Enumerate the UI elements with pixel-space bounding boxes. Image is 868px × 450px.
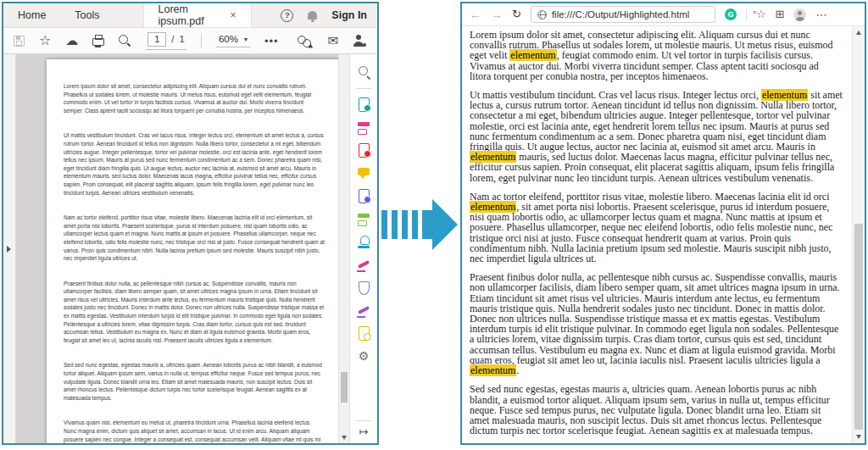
page-separator: / (171, 34, 174, 44)
url-text: file:///C:/Output/Highlighted.html (552, 9, 689, 19)
notifications-bell-icon[interactable] (308, 11, 317, 19)
zoom-level: 60% (219, 34, 238, 44)
toolbar-divider (746, 8, 747, 21)
favorites-icon[interactable]: ≡ ☆ (756, 8, 766, 20)
save-icon[interactable] (14, 36, 25, 47)
refresh-icon[interactable]: ↻ (512, 8, 521, 20)
more-options-icon[interactable]: ••• (264, 35, 279, 47)
tools-divider (356, 88, 371, 89)
browser-scrollbar[interactable] (852, 26, 865, 443)
page-number-control: / 1 (146, 32, 186, 50)
pdf-viewer-window: Home Tools Lorem ipsum.pdf × ? Sign In ☆… (2, 2, 379, 445)
grammarly-extension-icon[interactable]: G (725, 8, 737, 20)
highlighted-term: elementum (470, 201, 516, 213)
pdf-page: Lorem ipsum dolor sit amet, consectetur … (47, 59, 342, 443)
scroll-up-icon[interactable] (856, 31, 861, 35)
close-tab-icon[interactable]: × (231, 9, 236, 21)
paragraph: Lorem ipsum dolor sit amet, consectetur … (64, 82, 325, 114)
collapse-panel-icon[interactable]: ↦ (359, 425, 369, 438)
tab-home[interactable]: Home (3, 3, 60, 27)
edit-pdf-icon[interactable] (357, 120, 371, 135)
paragraph: Praesent finibus dolor nulla, ac pellent… (64, 280, 325, 345)
pdf-scrollbar-thumb[interactable] (341, 372, 348, 403)
expand-panel-arrow-icon[interactable] (7, 246, 11, 253)
export-pdf-icon[interactable] (357, 97, 371, 112)
highlighted-term: elementum (470, 364, 516, 376)
email-icon[interactable]: ✉ (327, 35, 338, 47)
chevron-down-icon: ▾ (244, 36, 248, 43)
paragraph: Praesent finibus dolor nulla, ac pellent… (470, 272, 843, 375)
globe-icon (537, 10, 547, 19)
fill-sign-icon[interactable] (357, 258, 371, 272)
document-tab-title: Lorem ipsum.pdf (159, 3, 223, 27)
toolbar-divider (201, 33, 202, 48)
sign-in-button[interactable]: Sign In (331, 9, 367, 21)
star-favorite-icon[interactable]: ☆ (39, 35, 51, 47)
tools-divider (356, 420, 371, 421)
browser-scrollbar-thumb[interactable] (854, 224, 863, 430)
tab-tools[interactable]: Tools (60, 3, 114, 27)
zoom-dropdown[interactable]: 60% ▾ (216, 34, 250, 47)
browser-window: ← → ↻ file:///C:/Output/Highlighted.html… (460, 2, 866, 445)
browser-menu-icon[interactable]: ⋯ (815, 8, 826, 21)
favorites-lines: ≡ (753, 7, 756, 19)
certificates-icon[interactable] (357, 303, 371, 318)
paragraph: Nam ac tortor eleifend, porttitor risus … (470, 192, 843, 264)
more-tools-icon[interactable]: ⚙ (357, 349, 371, 364)
collections-icon[interactable]: ⊞ (776, 8, 785, 20)
browser-toolbar: ← → ↻ file:///C:/Output/Highlighted.html… (462, 3, 865, 26)
share-with-others-icon[interactable] (353, 35, 367, 47)
address-bar[interactable]: file:///C:/Output/Highlighted.html (531, 6, 715, 23)
pdf-left-panel-rail (3, 54, 16, 443)
cloud-upload-icon[interactable]: ☁ (65, 35, 78, 47)
organize-pages-icon[interactable] (357, 212, 371, 226)
paragraph: Ut mattis vestibulum tincidunt. Cras vel… (64, 131, 325, 197)
paragraph: Ut mattis vestibulum tincidunt. Cras vel… (470, 90, 843, 183)
forward-icon[interactable]: → (491, 8, 503, 20)
highlighted-term: elementum (761, 89, 808, 101)
combine-files-icon[interactable] (357, 189, 371, 203)
page-total: 1 (180, 34, 185, 44)
scroll-down-icon[interactable] (342, 436, 347, 440)
pdf-scrollbar[interactable] (338, 54, 349, 443)
help-icon[interactable]: ? (281, 9, 293, 22)
pdf-tools-panel: ⚙ ↦ (349, 54, 377, 443)
paragraph: Sed sed nunc egestas, egestas mauris a, … (470, 384, 843, 436)
comment-icon[interactable] (357, 166, 371, 181)
highlighted-term: elementum (470, 151, 516, 163)
paragraph: Nam ac tortor eleifend, porttitor risus … (64, 214, 325, 263)
pdf-document-area: Lorem ipsum dolor sit amet, consectetur … (16, 54, 349, 443)
profile-avatar[interactable] (793, 8, 806, 21)
highlighted-term: elementum (509, 49, 556, 61)
page-number-input[interactable] (147, 32, 166, 47)
tab-document[interactable]: Lorem ipsum.pdf × (143, 3, 252, 27)
favorites-star: ☆ (756, 8, 766, 20)
pdf-tab-bar: Home Tools Lorem ipsum.pdf × ? Sign In (3, 3, 377, 28)
pdf-toolbar: ☆ ☁ / 1 60% ▾ ••• ✉ (3, 28, 377, 54)
search-magnifier-icon[interactable] (119, 35, 131, 47)
conversion-arrow (381, 198, 459, 251)
share-link-icon[interactable] (298, 35, 312, 47)
scroll-down-icon[interactable] (856, 435, 861, 439)
highlighted-html-document: Lorem ipsum dolor sit amet, consectetur … (462, 26, 852, 443)
create-pdf-icon[interactable] (357, 143, 371, 158)
stamp-icon[interactable] (357, 235, 371, 249)
back-icon[interactable]: ← (470, 8, 481, 20)
paragraph: Lorem ipsum dolor sit amet, consectetur … (470, 30, 843, 81)
protect-icon[interactable] (357, 281, 371, 295)
find-tool-icon[interactable] (357, 65, 371, 80)
print-icon[interactable] (92, 38, 104, 46)
paragraph: Sed sed nunc egestas, egestas mauris a, … (64, 361, 325, 402)
paragraph: Vivamus quam nisi, elementum eu metus ut… (64, 419, 325, 443)
prepare-form-icon[interactable] (357, 326, 371, 341)
